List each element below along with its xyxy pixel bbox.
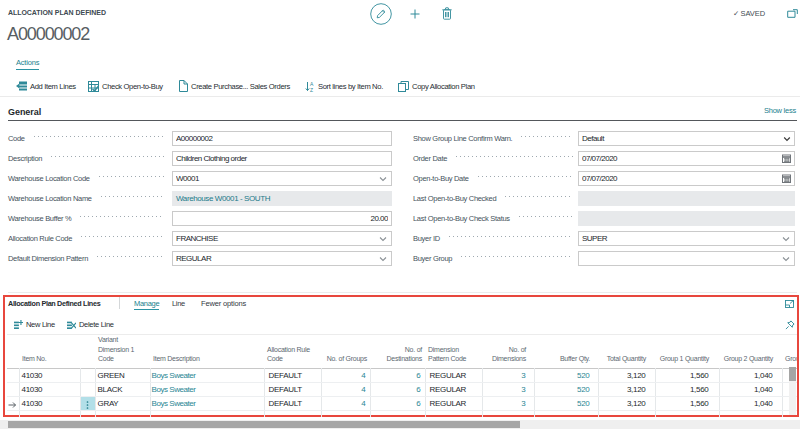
- svg-text:Z: Z: [310, 86, 313, 92]
